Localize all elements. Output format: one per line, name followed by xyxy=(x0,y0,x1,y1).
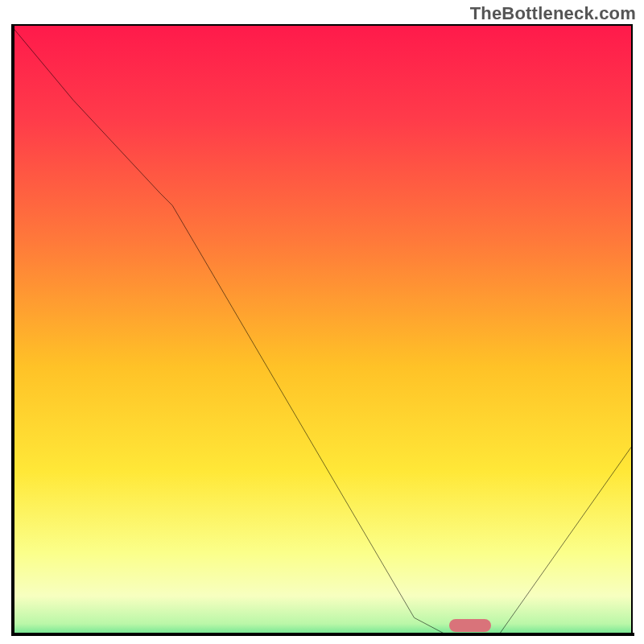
bottleneck-curve xyxy=(11,26,631,633)
watermark-text: TheBottleneck.com xyxy=(470,3,636,24)
bottleneck-chart: TheBottleneck.com xyxy=(0,0,644,644)
optimal-marker xyxy=(449,619,491,632)
y-axis xyxy=(11,24,14,633)
x-axis xyxy=(11,633,634,636)
plot-area xyxy=(11,24,633,633)
